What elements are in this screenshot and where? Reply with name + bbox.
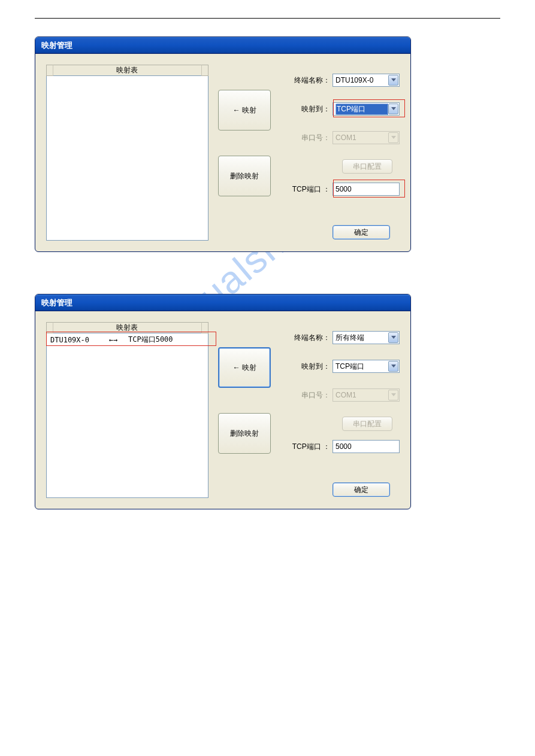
mapping-list-pane: 映射表 DTU109X-0 ←→ TCP端口5000 <box>46 322 208 498</box>
tcpport-label: TCP端口 ： <box>283 184 333 195</box>
chevron-down-icon[interactable] <box>388 75 398 86</box>
list-item[interactable]: DTU109X-0 ←→ TCP端口5000 <box>47 333 208 346</box>
list-header: 映射表 <box>46 65 208 75</box>
tcpport-value: 5000 <box>335 442 352 451</box>
page-divider <box>35 18 500 19</box>
com-config-button: 串口配置 <box>342 417 392 431</box>
tcpport-input[interactable]: 5000 <box>333 440 400 453</box>
form-pane: 终端名称： 所有终端 映射到： TCP端口 串口号： <box>273 322 400 498</box>
chevron-down-icon <box>388 132 398 143</box>
tcpport-label: TCP端口 ： <box>283 442 333 452</box>
comport-label: 串口号： <box>283 133 333 143</box>
mid-buttons: ← 映射 删除映射 <box>217 322 273 498</box>
arrow-lr-icon: ←→ <box>98 336 128 344</box>
com-config-button: 串口配置 <box>342 159 392 174</box>
mapping-dialog-1: 映射管理 映射表 ← 映射 删除映射 终端名称： DTU109X-0 <box>35 37 411 252</box>
comport-combo: COM1 <box>333 131 400 144</box>
list-header: 映射表 <box>46 322 208 333</box>
ok-button[interactable]: 确定 <box>333 225 390 239</box>
terminal-value: DTU109X-0 <box>335 76 388 84</box>
mapto-combo[interactable]: TCP端口 <box>333 102 400 116</box>
mapping-list-pane: 映射表 <box>46 65 208 241</box>
mapping-list[interactable] <box>46 75 208 241</box>
terminal-value: 所有终端 <box>335 333 388 343</box>
chevron-down-icon <box>388 390 398 400</box>
comport-combo: COM1 <box>333 388 400 402</box>
form-pane: 终端名称： DTU109X-0 映射到： TCP端口 串口号： <box>273 65 400 241</box>
tcpport-value: 5000 <box>335 185 352 193</box>
mapto-label: 映射到： <box>283 362 333 372</box>
delete-mapping-button[interactable]: 删除映射 <box>218 156 271 196</box>
row-right: TCP端口5000 <box>128 335 204 345</box>
mapto-value: TCP端口 <box>335 362 388 372</box>
terminal-combo[interactable]: DTU109X-0 <box>333 74 400 87</box>
dialog-title: 映射管理 <box>35 294 410 311</box>
terminal-label: 终端名称： <box>283 75 333 86</box>
chevron-down-icon[interactable] <box>388 361 398 372</box>
comport-value: COM1 <box>335 391 388 399</box>
mapto-value: TCP端口 <box>335 104 388 115</box>
list-header-label: 映射表 <box>116 65 138 75</box>
row-left: DTU109X-0 <box>50 336 98 344</box>
tcpport-input[interactable]: 5000 <box>333 183 400 196</box>
delete-mapping-button[interactable]: 删除映射 <box>218 413 271 454</box>
mapto-label: 映射到： <box>283 104 333 114</box>
mapping-dialog-2: 映射管理 映射表 DTU109X-0 ←→ TCP端口5000 ← 映射 删除映… <box>35 294 411 509</box>
mapping-list[interactable]: DTU109X-0 ←→ TCP端口5000 <box>46 333 208 498</box>
dialog-title: 映射管理 <box>35 37 410 54</box>
chevron-down-icon[interactable] <box>388 332 398 343</box>
terminal-combo[interactable]: 所有终端 <box>333 331 400 344</box>
mapto-combo[interactable]: TCP端口 <box>333 360 400 373</box>
comport-label: 串口号： <box>283 390 333 400</box>
list-header-label: 映射表 <box>116 323 138 333</box>
mid-buttons: ← 映射 删除映射 <box>217 65 273 241</box>
chevron-down-icon[interactable] <box>388 104 398 114</box>
map-button[interactable]: ← 映射 <box>218 347 271 388</box>
comport-value: COM1 <box>335 133 388 142</box>
ok-button[interactable]: 确定 <box>333 482 390 497</box>
terminal-label: 终端名称： <box>283 333 333 343</box>
map-button[interactable]: ← 映射 <box>218 90 271 130</box>
